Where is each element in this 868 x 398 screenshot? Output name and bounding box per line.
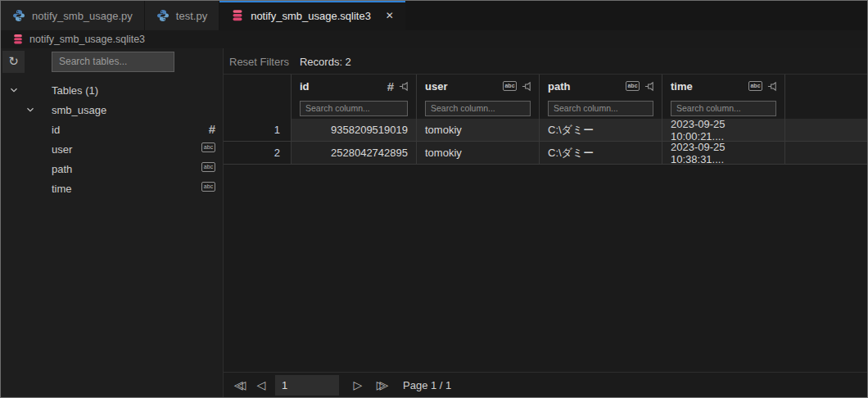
last-page-button[interactable]: ▷▷ — [372, 374, 393, 396]
last-page-icon: ▷▷ — [377, 378, 389, 391]
search-column-id-input[interactable] — [300, 101, 408, 116]
search-column-path-input[interactable] — [548, 101, 653, 116]
database-icon — [231, 9, 244, 22]
page-number-input[interactable] — [275, 375, 339, 396]
reset-filters-button[interactable]: Reset Filters — [229, 56, 289, 68]
text-type-icon: abc — [503, 81, 517, 91]
tables-tree: Tables (1) smb_usage id # user abc — [1, 80, 223, 198]
text-type-icon: abc — [626, 81, 640, 91]
records-count: Records: 2 — [300, 56, 351, 68]
tree-item-tables[interactable]: Tables (1) — [1, 80, 223, 100]
pin-icon[interactable] — [767, 81, 778, 92]
search-cell-user — [417, 97, 540, 119]
tree-item-column-time[interactable]: time abc — [1, 179, 223, 198]
refresh-icon: ↻ — [8, 54, 19, 69]
tab-label: test.py — [176, 10, 207, 22]
cell-time[interactable]: 2023-09-25 10:38:31.... — [662, 142, 785, 165]
filler-header — [785, 75, 867, 97]
number-type-icon: # — [209, 123, 215, 135]
pin-icon[interactable] — [522, 81, 532, 92]
search-column-time-input[interactable] — [671, 101, 776, 116]
first-page-button[interactable]: ◁◁ — [229, 374, 251, 396]
filler-cell — [785, 142, 867, 165]
cell-id[interactable]: 2528042742895 — [292, 142, 417, 165]
tab-label: notify_smb_usage.py — [32, 10, 133, 22]
table-view: Reset Filters Records: 2 id # user — [224, 48, 867, 397]
chevron-down-icon — [8, 84, 20, 96]
number-type-icon: # — [387, 80, 394, 93]
cell-id[interactable]: 9358209519019 — [292, 119, 417, 142]
empty-table-area — [224, 165, 867, 372]
column-header-path[interactable]: path abc — [540, 75, 662, 97]
column-name: id — [300, 80, 387, 93]
tab-test-py[interactable]: test.py — [145, 1, 219, 30]
text-type-icon: abc — [748, 81, 762, 91]
tree-item-column-path[interactable]: path abc — [1, 159, 223, 179]
column-name: user — [425, 80, 503, 93]
filler-cell — [785, 119, 867, 142]
search-tables-input[interactable] — [52, 52, 174, 72]
database-icon — [12, 34, 24, 45]
cell-path[interactable]: C:\ダミー — [540, 142, 662, 165]
editor-tab-bar: notify_smb_usage.py test.py notify_smb_u… — [1, 1, 867, 30]
tree-item-column-id[interactable]: id # — [1, 120, 223, 139]
python-icon — [156, 9, 170, 22]
search-column-user-input[interactable] — [425, 101, 531, 116]
python-icon — [12, 9, 25, 22]
tree-item-label: user — [52, 143, 72, 156]
tree-item-label: path — [52, 163, 72, 175]
page-indicator: Page 1 / 1 — [403, 379, 451, 391]
next-page-button[interactable]: ▷ — [347, 374, 368, 396]
column-name: path — [548, 80, 626, 93]
search-cell-time — [662, 97, 785, 119]
breadcrumb-label: notify_smb_usage.sqlite3 — [29, 34, 145, 45]
row-number-search-spacer — [224, 97, 292, 119]
close-icon[interactable]: ✕ — [386, 10, 394, 21]
tree-item-label: Tables (1) — [52, 84, 98, 97]
first-page-icon: ◁◁ — [234, 378, 246, 391]
tree-item-label: id — [52, 124, 60, 136]
row-number-header — [224, 75, 292, 97]
tab-notify-smb-usage-sqlite3[interactable]: notify_smb_usage.sqlite3 ✕ — [219, 1, 406, 30]
cell-user[interactable]: tomokiy — [417, 119, 540, 142]
tables-sidebar: ↻ Tables (1) smb_usage — [1, 48, 224, 397]
prev-page-icon: ◁ — [257, 378, 266, 391]
search-cell-path — [540, 97, 662, 119]
tab-label: notify_smb_usage.sqlite3 — [251, 10, 371, 22]
next-page-icon: ▷ — [354, 378, 363, 391]
row-number: 2 — [224, 142, 292, 165]
vscode-window: notify_smb_usage.py test.py notify_smb_u… — [0, 0, 868, 398]
tree-item-label: smb_usage — [52, 104, 106, 116]
tree-item-label: time — [52, 183, 72, 195]
data-grid: id # user abc — [224, 74, 867, 165]
column-header-user[interactable]: user abc — [417, 75, 540, 97]
search-cell-id — [292, 97, 417, 119]
tree-item-column-user[interactable]: user abc — [1, 139, 223, 159]
row-number: 1 — [224, 119, 292, 142]
column-header-time[interactable]: time abc — [662, 75, 785, 97]
pagination-bar: ◁◁ ◁ ▷ ▷▷ Page 1 / 1 — [224, 372, 867, 397]
prev-page-button[interactable]: ◁ — [251, 374, 272, 396]
tab-notify-smb-usage-py[interactable]: notify_smb_usage.py — [1, 1, 145, 30]
text-type-icon: abc — [201, 182, 215, 192]
chevron-down-icon — [25, 104, 36, 115]
cell-path[interactable]: C:\ダミー — [540, 119, 662, 142]
text-type-icon: abc — [201, 162, 215, 172]
pin-icon[interactable] — [399, 81, 409, 92]
refresh-button[interactable]: ↻ — [2, 51, 25, 73]
pin-icon[interactable] — [644, 81, 655, 92]
column-name: time — [671, 80, 748, 93]
cell-time[interactable]: 2023-09-25 10:00:21.... — [662, 119, 785, 142]
filler-search — [785, 97, 867, 119]
cell-user[interactable]: tomokiy — [417, 142, 540, 165]
column-header-id[interactable]: id # — [292, 75, 417, 97]
text-type-icon: abc — [201, 142, 215, 152]
tree-item-smb-usage[interactable]: smb_usage — [1, 100, 223, 120]
breadcrumb: notify_smb_usage.sqlite3 — [1, 30, 867, 48]
